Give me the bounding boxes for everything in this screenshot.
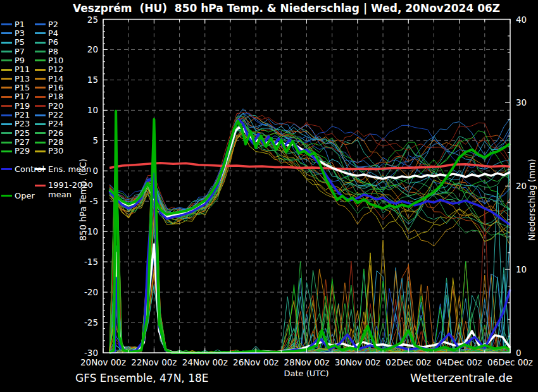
x-tick-label: 28Nov 00z [284,357,329,367]
x-tick-label: 30Nov 00z [335,357,380,367]
member-line-P16-temp [109,133,510,219]
x-tick-label: 26Nov 00z [233,357,278,367]
gridlines [103,20,510,353]
x-tick-labels: 20Nov 00z22Nov 00z24Nov 00z26Nov 00z28No… [80,357,533,367]
member-line-P18-temp [109,130,510,236]
y-right-tick-label: 10 [516,264,527,274]
y-right-tick-label: 20 [516,181,527,191]
x-tick-label: 06Dec 00z [487,357,533,367]
y-left-tick-label: 0 [92,166,98,176]
y-right-tick-label: 40 [516,15,527,25]
y-left-tick-label: -25 [84,317,98,328]
ensemble-chart-page: Veszprém (HU) 850 hPa Temp. & Niederschl… [0,0,538,392]
ensemble-members-temp [109,109,510,246]
y-left-tick-label: -5 [90,196,98,206]
y-axis-label-precip: Niederschlag (mm) [527,159,537,240]
x-tick-label: 20Nov 00z [80,357,126,367]
y-left-tick-label: -30 [84,348,98,358]
model-info-text: GFS Ensemble, 47N, 18E [75,372,209,384]
y-right-tick-label: 0 [516,348,522,358]
y-left-tick-label: -20 [84,287,98,297]
y-left-tick-label: 5 [92,135,98,145]
x-axis-label: Date (UTC) [284,369,328,378]
y-left-tick-label: 15 [87,75,98,85]
y-left-tick-label: -15 [84,257,98,267]
y-left-tick-label: 20 [87,44,98,54]
site-watermark: Wetterzentrale.de [410,371,513,384]
x-tick-label: 24Nov 00z [182,357,228,367]
member-line-P8-precip [109,197,510,353]
member-line-P14-precip [109,201,510,353]
climatology-layer [109,163,510,169]
y-left-tick-label: 10 [87,105,98,115]
x-tick-label: 22Nov 00z [131,357,177,367]
y-right-tick-label: 30 [516,97,527,107]
y-right-tick-labels: 010203040 [516,15,527,358]
x-tick-label: 02Dec 00z [385,357,431,367]
y-left-tick-label: 25 [87,15,98,25]
climatology-mean-line [109,163,510,169]
member-line-P30-precip [109,253,510,353]
member-line-P25-precip [109,167,510,353]
x-tick-label: 04Dec 00z [437,357,482,367]
y-axis-label-temp: 850 hPa Temp. (°C) [78,159,88,241]
